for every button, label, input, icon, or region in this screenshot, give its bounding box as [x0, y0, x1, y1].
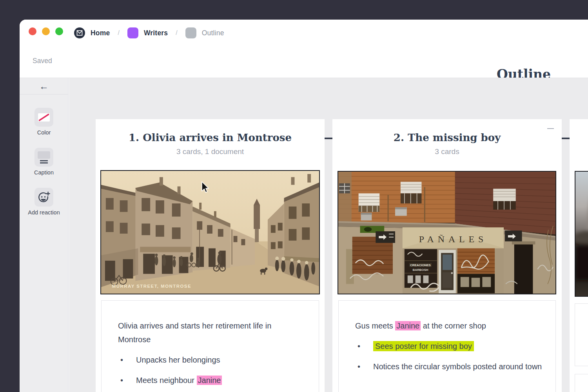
save-status: Saved [33, 57, 52, 65]
photo-caption: MURRAY STREET, MONTROSE [112, 284, 191, 289]
outline-column-2: 2. The missing boy 3 cards [332, 119, 562, 392]
mouse-cursor [200, 181, 210, 195]
shop-sign-text: PAÑALES [419, 234, 488, 244]
breadcrumb-label: Home [91, 29, 110, 37]
zoom-window-button[interactable] [55, 27, 63, 35]
note-card-olivia[interactable]: Olivia arrives and starts her retirement… [101, 300, 319, 392]
column-title[interactable]: 1. Olivia arrives in Montrose [96, 132, 325, 143]
breadcrumb-label: Writers [144, 29, 168, 37]
close-window-button[interactable] [29, 27, 36, 35]
bullet-dot: • [118, 374, 136, 387]
tool-sidebar: ← Color Caption [20, 78, 69, 392]
breadcrumb-separator: / [176, 29, 177, 36]
note-bullet: • Unpacks her belongings [118, 353, 307, 367]
caption-tool-button[interactable]: Caption [20, 148, 68, 176]
add-reaction-icon [34, 188, 53, 207]
image-card-partial[interactable] [575, 171, 588, 297]
collapse-sidebar-button[interactable]: ← [39, 82, 49, 91]
breadcrumb-item-writers[interactable]: Writers [127, 27, 168, 38]
note-bullet: • Notices the circular symbols posted ar… [355, 360, 544, 374]
note-bullet-list: • Unpacks her belongings • Meets neighbo… [118, 353, 307, 387]
bullet-text: Meets neighbour Janine [136, 374, 222, 387]
minimize-window-button[interactable] [42, 27, 50, 35]
color-swatch-icon [34, 108, 53, 127]
collapse-column-button[interactable] [547, 128, 554, 129]
column-card-count: 3 cards, 1 document [96, 147, 325, 156]
title-bar: Home / Writers / Outline Saved Outline [20, 20, 588, 78]
note-paragraph: Olivia arrives and starts her retirement… [118, 319, 302, 347]
note-paragraph: Gus meets Janine at the corner shop [355, 319, 539, 333]
highlight-janine: Janine [395, 321, 421, 330]
add-reaction-tool-button[interactable]: Add reaction [20, 188, 68, 216]
note-bullet: • Meets neighbour Janine [118, 374, 307, 387]
note-bullet: • Sees poster for missing boy [355, 339, 544, 353]
breadcrumb-item-outline[interactable]: Outline [185, 27, 224, 38]
bullet-dot: • [355, 339, 373, 353]
note-card-gus[interactable]: Gus meets Janine at the corner shop • Se… [338, 300, 556, 392]
gray-board-icon [185, 27, 196, 38]
partial-card[interactable] [575, 374, 588, 392]
purple-board-icon [127, 27, 138, 38]
shop-sign-small-2: BARBOSH [412, 268, 428, 272]
bullet-text: Notices the circular symbols posted arou… [373, 360, 542, 374]
breadcrumb-label: Outline [202, 29, 224, 37]
caption-icon [34, 148, 53, 167]
tool-label: Add reaction [28, 209, 60, 216]
column-title[interactable]: 2. The missing boy [332, 132, 562, 143]
tool-label: Caption [34, 169, 54, 176]
bullet-dot: • [355, 360, 373, 374]
board-canvas[interactable]: 1. Olivia arrives in Montrose 3 cards, 1… [69, 78, 588, 392]
column-connector-line [562, 138, 570, 139]
column-card-count: 3 cards [332, 147, 562, 156]
breadcrumb-separator: / [118, 29, 119, 36]
breadcrumb-item-home[interactable]: Home [74, 27, 110, 38]
app-window: Home / Writers / Outline Saved Outline ← [20, 20, 588, 392]
color-tool-button[interactable]: Color [20, 108, 68, 136]
app-body: ← Color Caption [20, 78, 588, 392]
column-connector-line [325, 138, 332, 139]
tool-label: Color [37, 129, 51, 136]
milanote-logo-icon [74, 27, 85, 38]
shop-sign-small-1: CREACIONES [410, 263, 431, 267]
partial-card[interactable] [575, 303, 588, 366]
outline-column-1: 1. Olivia arrives in Montrose 3 cards, 1… [96, 119, 325, 392]
breadcrumb: Home / Writers / Outline [74, 27, 224, 38]
bullet-text: Unpacks her belongings [136, 353, 220, 367]
bullet-dot: • [118, 353, 136, 367]
note-bullet-list: • Sees poster for missing boy • Notices … [355, 339, 544, 374]
blurred-photo [575, 172, 588, 296]
highlight-missing-boy: Sees poster for missing boy [373, 341, 474, 351]
corner-shop-photo: PAÑALES CREACIONES BARBOSH [338, 172, 555, 294]
image-card-montrose-street[interactable]: MURRAY STREET, MONTROSE [100, 170, 320, 294]
vintage-street-photo: MURRAY STREET, MONTROSE [101, 171, 319, 294]
outline-column-3 [570, 119, 588, 392]
image-card-corner-shop[interactable]: PAÑALES CREACIONES BARBOSH [338, 171, 556, 294]
highlight-janine: Janine [197, 376, 222, 385]
